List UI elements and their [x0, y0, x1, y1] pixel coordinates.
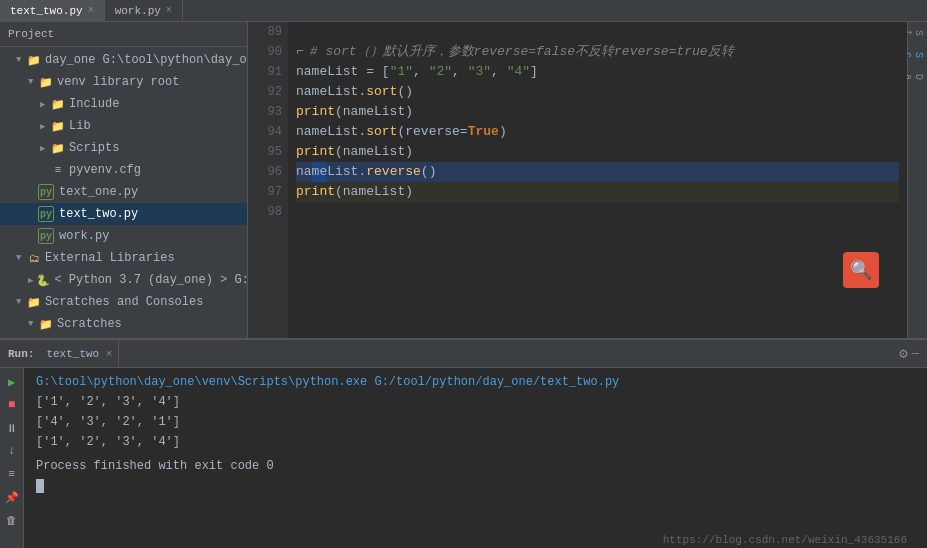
- py-icon-text-two: py: [38, 206, 54, 222]
- project-sidebar: Project ▼ 📁 day_one G:\tool\python\day_o…: [0, 22, 248, 338]
- line-numbers: 89 90 91 92 93 94 95 96 97 98: [248, 22, 288, 338]
- folder-icon-day-one: 📁: [26, 52, 42, 68]
- tree-item-text-two[interactable]: ▶ py text_two.py: [0, 203, 247, 225]
- tree-item-day-one[interactable]: ▼ 📁 day_one G:\tool\python\day_o: [0, 49, 247, 71]
- tree-label-pyvenv: pyvenv.cfg: [69, 163, 141, 177]
- search-icon: 🔍: [850, 259, 872, 281]
- run-tab-close[interactable]: ×: [106, 348, 113, 360]
- folder-icon-scripts: 📁: [50, 140, 66, 156]
- terminal-output-line-3: ['1', '2', '3', '4']: [36, 432, 915, 452]
- tree-item-lib[interactable]: ▶ 📁 Lib: [0, 115, 247, 137]
- run-bar: Run: text_two × ⚙ —: [0, 340, 927, 368]
- arrow-lib: ▶: [40, 121, 48, 132]
- run-pin-button[interactable]: 📌: [2, 487, 22, 507]
- tree-label-work: work.py: [59, 229, 109, 243]
- folder-icon-scratches-consoles: 📁: [26, 294, 42, 310]
- finish-line: Process finished with exit code 0: [36, 459, 274, 473]
- right-tab-database[interactable]: Database: [908, 66, 927, 88]
- run-play-button[interactable]: ▶: [2, 372, 22, 392]
- tree-label-text-one: text_one.py: [59, 185, 138, 199]
- tree-label-day-one: day_one G:\tool\python\day_o: [45, 53, 247, 67]
- cfg-icon-pyvenv: ≡: [50, 162, 66, 178]
- arrow-include: ▶: [40, 99, 48, 110]
- folder-icon-lib: 📁: [50, 118, 66, 134]
- arrow-scratches-consoles: ▼: [16, 297, 24, 307]
- terminal-output-line-1: ['1', '2', '3', '4']: [36, 392, 915, 412]
- tree-item-work[interactable]: ▶ py work.py: [0, 225, 247, 247]
- search-overlay: 🔍: [843, 252, 879, 288]
- code-line-91: nameList = [ "1" , "2" , "3" , "4" ]: [296, 62, 899, 82]
- code-line-89: [296, 22, 899, 42]
- arrow-external: ▼: [16, 253, 24, 263]
- right-tab-structure[interactable]: Structure: [908, 22, 927, 44]
- tree-label-text-two: text_two.py: [59, 207, 138, 221]
- tree-label-scratches: Scratches: [57, 317, 122, 331]
- run-pause-button[interactable]: ⏸: [2, 418, 22, 438]
- folder-icon-venv: 📁: [38, 74, 54, 90]
- tree-item-include[interactable]: ▶ 📁 Include: [0, 93, 247, 115]
- run-gear-icon[interactable]: ⚙: [899, 345, 907, 362]
- run-wrap-button[interactable]: ≡: [2, 464, 22, 484]
- py-icon-text-one: py: [38, 184, 54, 200]
- comment-90: # sort（）默认升序，参数reverse=false不反转reverse=t…: [310, 42, 734, 62]
- right-tab-sciview[interactable]: SciView: [908, 44, 927, 66]
- icon-external: 🗂: [26, 250, 42, 266]
- output-line-3: ['1', '2', '3', '4']: [36, 435, 180, 449]
- tab-work-close[interactable]: ×: [166, 5, 172, 16]
- tab-bar: text_two.py × work.py ×: [0, 0, 927, 22]
- code-line-93: print (nameList): [296, 102, 899, 122]
- run-tab-text-two[interactable]: text_two ×: [40, 340, 119, 367]
- sidebar-title: Project: [8, 28, 54, 40]
- run-scroll-down-button[interactable]: ↓: [2, 441, 22, 461]
- line-fold-90: ⌐: [296, 42, 304, 62]
- terminal-cursor: [36, 479, 44, 493]
- tree-item-external[interactable]: ▼ 🗂 External Libraries: [0, 247, 247, 269]
- terminal-cursor-line: [36, 476, 915, 496]
- code-line-98: [296, 202, 899, 222]
- watermark-text: https://blog.csdn.net/weixin_43635166: [663, 534, 907, 546]
- run-label: Run:: [8, 348, 34, 360]
- terminal-finish-line: Process finished with exit code 0: [36, 456, 915, 476]
- search-button[interactable]: 🔍: [843, 252, 879, 288]
- output-line-2: ['4', '3', '2', '1']: [36, 415, 180, 429]
- tab-work[interactable]: work.py ×: [105, 0, 183, 22]
- tree-label-lib: Lib: [69, 119, 91, 133]
- run-side-controls: ▶ ■ ⏸ ↓ ≡ 📌 🗑: [0, 368, 24, 548]
- tree-item-scripts[interactable]: ▶ 📁 Scripts: [0, 137, 247, 159]
- code-editor: 89 90 91 92 93 94 95 96 97 98 ⌐: [248, 22, 907, 338]
- sidebar-tree: ▼ 📁 day_one G:\tool\python\day_o ▼ 📁 ven…: [0, 47, 247, 338]
- right-tabs: Structure SciView Database: [907, 22, 927, 338]
- py-icon-work: py: [38, 228, 54, 244]
- run-panel: Run: text_two × ⚙ — ▶ ■ ⏸ ↓ ≡ 📌 🗑: [0, 338, 927, 548]
- arrow-scripts: ▶: [40, 143, 48, 154]
- run-stop-button[interactable]: ■: [2, 395, 22, 415]
- tree-label-python37: < Python 3.7 (day_one) > G:: [54, 273, 247, 287]
- code-line-90: ⌐ # sort（）默认升序，参数reverse=false不反转reverse…: [296, 42, 899, 62]
- tree-item-python37[interactable]: ▶ 🐍 < Python 3.7 (day_one) > G:: [0, 269, 247, 291]
- arrow-python37: ▶: [28, 275, 33, 286]
- tree-item-scratches-consoles[interactable]: ▼ 📁 Scratches and Consoles: [0, 291, 247, 313]
- run-clear-button[interactable]: 🗑: [2, 510, 22, 530]
- code-line-96: na me List. reverse (): [296, 162, 899, 182]
- terminal-output: G:\tool\python\day_one\venv\Scripts\pyth…: [24, 368, 927, 548]
- run-minimize-icon[interactable]: —: [912, 347, 919, 361]
- tree-item-text-one[interactable]: ▶ py text_one.py: [0, 181, 247, 203]
- tree-label-external: External Libraries: [45, 251, 175, 265]
- tree-label-scripts: Scripts: [69, 141, 119, 155]
- tab-text-two-label: text_two.py: [10, 5, 83, 17]
- icon-python37: 🐍: [35, 272, 51, 288]
- folder-icon-include: 📁: [50, 96, 66, 112]
- tab-text-two[interactable]: text_two.py ×: [0, 0, 105, 22]
- sidebar-header: Project: [0, 22, 247, 47]
- arrow-venv: ▼: [28, 77, 36, 87]
- tree-item-pyvenv[interactable]: ▶ ≡ pyvenv.cfg: [0, 159, 247, 181]
- tab-text-two-close[interactable]: ×: [88, 5, 94, 16]
- code-content[interactable]: ⌐ # sort（）默认升序，参数reverse=false不反转reverse…: [288, 22, 907, 338]
- term-path: G:\tool\python\day_one\venv\Scripts\pyth…: [36, 375, 619, 389]
- code-line-92: nameList. sort (): [296, 82, 899, 102]
- arrow-scratches: ▼: [28, 319, 36, 329]
- tree-label-scratches-consoles: Scratches and Consoles: [45, 295, 203, 309]
- tree-item-venv[interactable]: ▼ 📁 venv library root: [0, 71, 247, 93]
- folder-icon-scratches: 📁: [38, 316, 54, 332]
- tree-item-scratches[interactable]: ▼ 📁 Scratches: [0, 313, 247, 335]
